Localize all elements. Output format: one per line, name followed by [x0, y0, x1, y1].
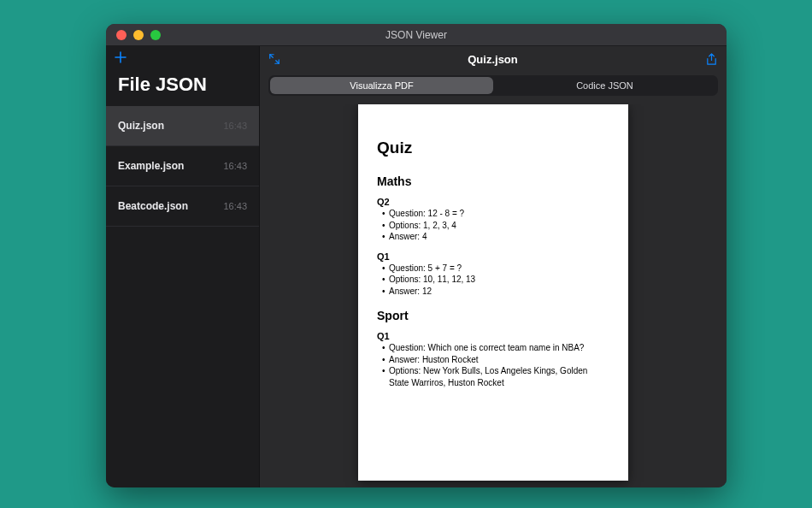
main-area: Quiz.json Visualizza PDF Codice JSON Qui…	[260, 46, 727, 487]
file-time: 16:43	[223, 201, 247, 211]
segment-json[interactable]: Codice JSON	[493, 77, 716, 94]
sidebar-title: File JSON	[106, 70, 259, 106]
sport-q1-answer: Answer: Huston Rocket	[382, 354, 609, 366]
add-file-button[interactable]	[113, 50, 128, 68]
file-name: Example.json	[118, 160, 184, 172]
q1-answer: Answer: 12	[382, 286, 609, 298]
share-icon	[705, 53, 718, 66]
q2-list: Question: 12 - 8 = ? Options: 1, 2, 3, 4…	[377, 208, 609, 243]
expand-button[interactable]	[268, 53, 280, 65]
file-item-quiz[interactable]: Quiz.json 16:43	[106, 106, 259, 146]
file-item-example[interactable]: Example.json 16:43	[106, 146, 259, 186]
content-area[interactable]: Quiz Maths Q2 Question: 12 - 8 = ? Optio…	[260, 104, 727, 487]
sport-q1-options: Options: New York Bulls, Los Angeles Kin…	[382, 365, 609, 388]
q2-heading: Q2	[377, 197, 609, 207]
file-name: Beatcode.json	[118, 200, 188, 212]
main-header: Quiz.json	[260, 46, 727, 72]
page-title: Quiz	[377, 139, 609, 157]
minimize-button[interactable]	[133, 30, 144, 40]
q1-heading: Q1	[377, 251, 609, 262]
section-sport: Sport	[377, 309, 609, 322]
q1-question: Question: 5 + 7 = ?	[382, 263, 609, 275]
file-time: 16:43	[223, 161, 247, 171]
titlebar[interactable]: JSON Viewer	[106, 24, 727, 46]
q2-options: Options: 1, 2, 3, 4	[382, 220, 609, 232]
q2-question: Question: 12 - 8 = ?	[382, 208, 609, 220]
file-list: Quiz.json 16:43 Example.json 16:43 Beatc…	[106, 106, 259, 227]
plus-icon	[113, 50, 128, 65]
q2-answer: Answer: 4	[382, 231, 609, 243]
sport-q1-list: Question: Which one is correct team name…	[377, 342, 609, 388]
file-name: Quiz.json	[118, 120, 164, 132]
window-title: JSON Viewer	[106, 29, 727, 41]
sidebar: File JSON Quiz.json 16:43 Example.json 1…	[106, 46, 260, 487]
sport-q1-heading: Q1	[377, 331, 609, 341]
sidebar-header	[106, 46, 259, 70]
app-window: JSON Viewer File JSON Quiz.json 16:43 Ex…	[106, 24, 727, 487]
file-item-beatcode[interactable]: Beatcode.json 16:43	[106, 186, 259, 227]
share-button[interactable]	[705, 53, 718, 66]
pdf-page: Quiz Maths Q2 Question: 12 - 8 = ? Optio…	[358, 104, 628, 481]
q1-list: Question: 5 + 7 = ? Options: 10, 11, 12,…	[377, 263, 609, 298]
traffic-lights	[116, 30, 161, 40]
expand-icon	[268, 53, 280, 65]
maximize-button[interactable]	[150, 30, 161, 40]
file-time: 16:43	[223, 121, 247, 131]
section-maths: Maths	[377, 174, 609, 188]
view-mode-segmented: Visualizza PDF Codice JSON	[268, 75, 718, 96]
document-title: Quiz.json	[468, 53, 518, 66]
window-body: File JSON Quiz.json 16:43 Example.json 1…	[106, 46, 727, 487]
sport-q1-question: Question: Which one is correct team name…	[382, 342, 609, 354]
q1-options: Options: 10, 11, 12, 13	[382, 274, 609, 286]
close-button[interactable]	[116, 30, 127, 40]
segment-pdf[interactable]: Visualizza PDF	[270, 77, 493, 94]
